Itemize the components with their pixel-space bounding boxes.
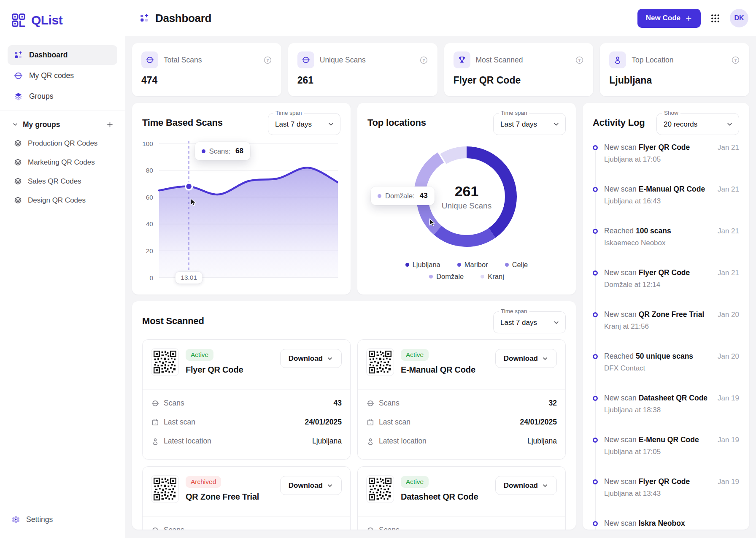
list-item: New scan E-Menu QR Code Ljubljana at 17:… [593,435,739,477]
qr-scan-icon [151,399,159,408]
activity-name: Flyer QR Code [639,268,690,277]
last-scan-row: Last scan 24/01/2025 [151,413,342,432]
sidebar-item-design-qr-codes[interactable]: Design QR Codes [8,191,117,210]
timeline-bullet-icon [593,354,598,359]
legend-dot [405,263,409,267]
download-button[interactable]: Download [280,476,342,495]
sidebar-item-label: Dashboard [29,51,68,59]
timespan-select[interactable]: Time span Last 7 days [493,311,566,333]
row-label: Scans [164,526,184,530]
legend-label: Kranj [488,273,504,281]
sidebar-item-settings[interactable]: Settings [0,505,125,538]
qr-scan-icon [151,526,159,530]
new-code-button[interactable]: New Code [637,9,701,28]
legend-item-domžale[interactable]: Domžale [429,273,464,281]
activity-prefix: Reached [604,227,634,235]
logo-text: QList [31,13,62,27]
stack-icon [14,139,22,148]
timespan-select-label: Time span [499,308,529,314]
timespan-select[interactable]: Time span Last 7 days [268,113,340,135]
activity-date: Jan 21 [718,184,739,226]
qr-code-name: QR Zone Free Trial [186,492,259,502]
help-icon[interactable]: ? [731,56,740,65]
svg-text:?: ? [734,57,737,62]
download-button[interactable]: Download [280,349,342,368]
row-value: Ljubljana [312,437,342,446]
legend-dot [429,275,433,278]
chevron-down-icon [726,121,733,128]
show-select-label: Show [662,110,680,116]
content: Total Scans ? 474 Unique Scans ? [125,36,756,538]
activity-detail: Ljubljana at 17:05 [604,448,699,456]
activity-name: 100 scans [636,227,671,235]
timeline-bullet-icon [593,270,598,276]
list-item: New scan Flyer QR Code Ljubljana at 13:4… [593,477,739,519]
download-button[interactable]: Download [495,349,557,368]
row-label: Scans [164,399,184,408]
settings-label: Settings [26,515,53,524]
time-scans-chart[interactable]: 020406080100 [142,139,338,284]
chart-tooltip: Scans: 68 [195,142,250,160]
avatar[interactable]: DK [730,9,748,27]
legend-item-kranj[interactable]: Kranj [481,273,504,281]
list-item: New scan Flyer QR Code Domžale at 12:14 … [593,268,739,310]
apps-grid-icon[interactable] [708,11,722,25]
activity-prefix: New scan [604,185,637,193]
activity-detail: Ljubljana at 18:38 [604,406,707,414]
stack-icon [14,196,22,205]
help-icon[interactable]: ? [575,56,584,65]
svg-text:100: 100 [142,140,153,147]
sidebar-item-groups[interactable]: Groups [8,87,117,106]
legend-item-ljubljana[interactable]: Ljubljana [405,261,440,269]
download-button[interactable]: Download [495,476,557,495]
person-pin-icon [151,437,159,446]
sidebar-item-dashboard[interactable]: Dashboard [8,45,117,65]
sidebar-item-my-qr-codes[interactable]: My QR codes [8,66,117,86]
tooltip-value: 68 [235,147,243,155]
help-icon[interactable]: ? [263,56,272,65]
sidebar-item-production-qr-codes[interactable]: Production QR Codes [8,134,117,153]
qr-code-card: Active Datasheet QR Code Download [357,466,566,530]
legend-item-celje[interactable]: Celje [505,261,528,269]
group-item-label: Production QR Codes [28,139,97,148]
logo[interactable]: QList [0,0,125,39]
sidebar-item-sales-qr-codes[interactable]: Sales QR Codes [8,172,117,191]
calendar-icon [151,418,159,427]
sidebar-item-marketing-qr-codes[interactable]: Marketing QR Codes [8,153,117,172]
row-value: 32 [549,399,557,408]
stat-label: Most Scanned [476,56,523,65]
activity-name: 50 unique scans [636,352,693,360]
plus-icon [685,15,692,22]
stat-label: Unique Scans [320,56,366,65]
status-badge: Active [186,349,213,361]
timespan-select[interactable]: Time span Last 7 days [493,113,566,135]
chevron-down-icon [542,355,548,362]
qr-code-card: Archived QR Zone Free Trial Download [142,466,351,530]
show-records-select[interactable]: Show 20 records [656,113,739,135]
group-item-label: Marketing QR Codes [28,158,95,167]
legend-label: Ljubljana [413,261,440,269]
qr-code-image [366,348,394,376]
help-icon[interactable]: ? [419,56,428,65]
trophy-icon [454,51,470,68]
legend-item-maribor[interactable]: Maribor [457,261,488,269]
stat-value: Flyer QR Code [454,75,584,86]
scans-row: Scans [151,521,342,530]
list-item: New scan E-Manual QR Code Ljubljana at 1… [593,184,739,226]
chevron-down-icon [553,319,560,326]
dashboard-icon [139,13,150,24]
activity-name: Flyer QR Code [639,477,690,486]
svg-text:?: ? [578,57,580,62]
timespan-select-label: Time span [499,110,529,116]
list-item: New scan Flyer QR Code Ljubljana at 17:0… [593,143,739,184]
chevron-down-icon[interactable] [12,121,19,128]
activity-name: Datasheet QR Code [639,394,707,402]
my-groups-header[interactable]: My groups [8,115,117,134]
person-pin-icon [366,437,375,446]
add-group-icon[interactable] [106,121,114,129]
latest-location-row: Latest location Ljubljana [151,432,342,451]
timeline-bullet-icon [593,145,598,150]
svg-text:20: 20 [146,247,154,254]
sidebar-nav: Dashboard My QR codes Groups [0,39,125,111]
activity-name: Flyer QR Code [639,143,690,151]
